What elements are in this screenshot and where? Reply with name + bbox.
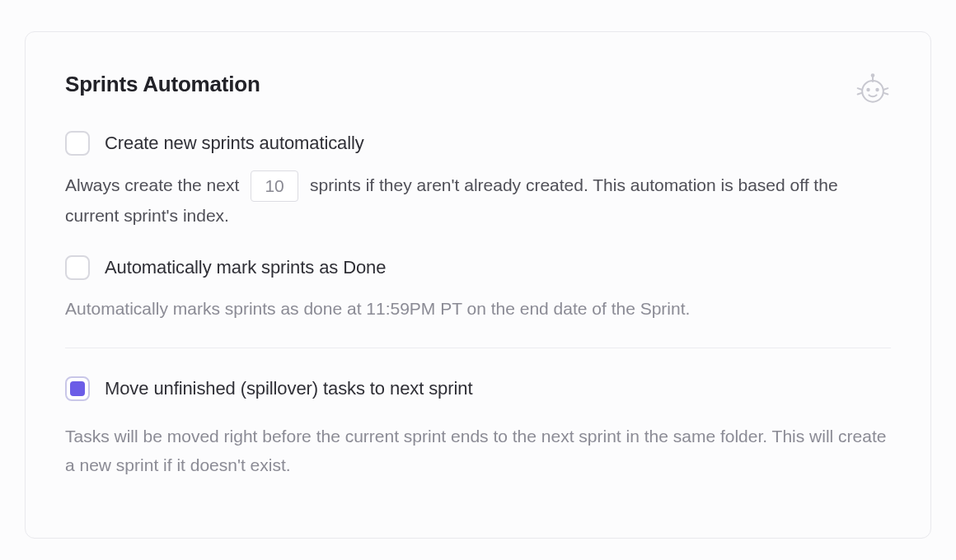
checkbox-create-auto[interactable]: [65, 131, 90, 156]
svg-line-6: [858, 93, 863, 95]
divider: [65, 348, 891, 348]
robot-icon: [855, 72, 891, 108]
desc-create-auto-before: Always create the next: [65, 175, 239, 194]
desc-spillover: Tasks will be moved right before the cur…: [65, 422, 891, 479]
label-mark-done: Automatically mark sprints as Done: [105, 257, 386, 278]
label-spillover: Move unfinished (spillover) tasks to nex…: [105, 378, 472, 399]
svg-point-2: [862, 81, 883, 102]
panel-header: Sprints Automation: [65, 72, 891, 108]
desc-create-auto: Always create the next sprints if they a…: [65, 170, 891, 231]
sprint-count-input[interactable]: [251, 170, 298, 202]
option-mark-done: Automatically mark sprints as Done: [65, 255, 891, 280]
svg-point-1: [872, 74, 874, 77]
sprints-automation-panel: Sprints Automation Create new sprints au…: [25, 31, 931, 539]
svg-point-4: [875, 88, 879, 91]
option-spillover: Move unfinished (spillover) tasks to nex…: [65, 376, 891, 401]
panel-title: Sprints Automation: [65, 72, 260, 97]
checkbox-spillover[interactable]: [65, 376, 90, 401]
checkbox-mark-done[interactable]: [65, 255, 90, 280]
svg-line-8: [883, 93, 888, 95]
svg-line-7: [883, 88, 888, 90]
label-create-auto: Create new sprints automatically: [105, 133, 364, 154]
option-create-auto: Create new sprints automatically: [65, 131, 891, 156]
svg-point-3: [866, 88, 869, 91]
svg-line-5: [858, 88, 863, 90]
desc-mark-done: Automatically marks sprints as done at 1…: [65, 295, 891, 324]
